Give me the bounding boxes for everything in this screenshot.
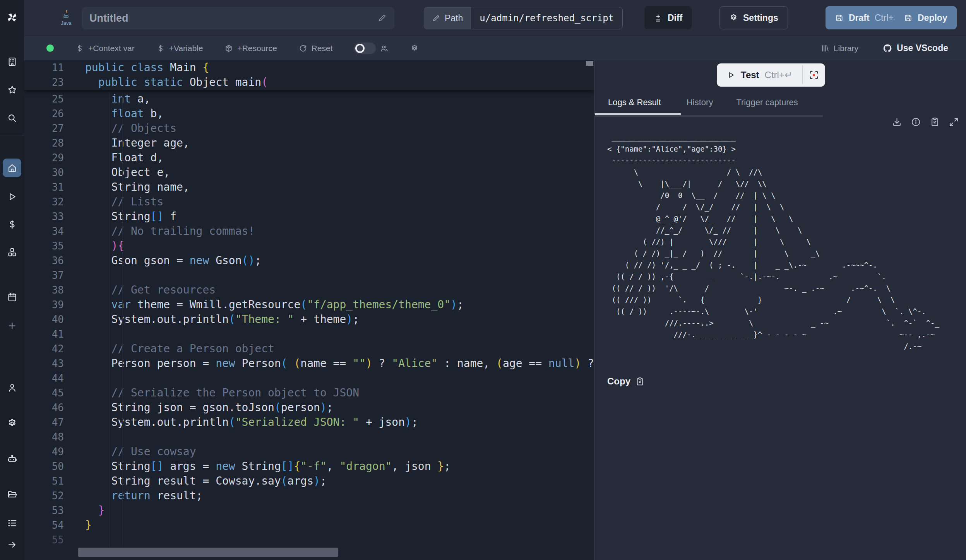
tab-trigger-captures[interactable]: Trigger captures — [724, 90, 809, 115]
code-line-43[interactable]: 43 Person person = new Person( (name == … — [24, 356, 594, 371]
code-text: // Use cowsay — [64, 444, 196, 459]
code-line-46[interactable]: 46 String json = gson.toJson(person); — [24, 400, 594, 415]
code-text: String result = Cowsay.say(args); — [64, 474, 327, 488]
vertical-scrollbar[interactable] — [586, 61, 593, 66]
code-line-42[interactable]: 42 // Create a Person object — [24, 341, 594, 356]
sidebar-item-dollar-icon[interactable] — [3, 215, 21, 234]
script-title-input[interactable]: Untitled — [82, 7, 394, 29]
code-line-51[interactable]: 51 String result = Cowsay.say(args); — [24, 474, 594, 488]
code-line-50[interactable]: 50 String[] args = new String[]{"-f", "d… — [24, 459, 594, 474]
sidebar-item-arrow-right-icon[interactable] — [3, 535, 21, 554]
code-line-37[interactable]: 37 — [24, 268, 594, 283]
code-text: Gson gson = new Gson(); — [64, 253, 261, 268]
code-line-47[interactable]: 47 System.out.println("Serialized JSON: … — [24, 415, 594, 430]
code-editor[interactable]: 25 int a,26 float b,27 // Objects28 Inte… — [24, 60, 594, 560]
code-text: // Get resources — [64, 283, 216, 297]
topbar: Java Untitled Path u/admin/refreshed_scr… — [24, 0, 966, 36]
code-line-33[interactable]: 33 String[] f — [24, 209, 594, 224]
info-icon[interactable] — [911, 117, 921, 127]
sidebar-item-search-icon[interactable] — [3, 109, 21, 127]
download-icon[interactable] — [892, 117, 902, 127]
clipboard-icon[interactable] — [930, 117, 940, 127]
code-line-52[interactable]: 52 return result; — [24, 488, 594, 503]
code-line-40[interactable]: 40 System.out.println("Theme: " + theme)… — [24, 312, 594, 327]
copy-button[interactable]: Copy — [607, 376, 645, 387]
code-line-30[interactable]: 30 Object e, — [24, 165, 594, 180]
sidebar-item-building-icon[interactable] — [3, 52, 21, 71]
line-number: 41 — [24, 327, 64, 341]
code-line-45[interactable]: 45 // Serialize the Person object to JSO… — [24, 386, 594, 400]
sidebar-item-person-icon[interactable] — [3, 378, 21, 397]
editor-settings-button[interactable] — [410, 44, 419, 53]
sidebar-item-gear-icon[interactable] — [3, 414, 21, 432]
sidebar-item-star-icon[interactable] — [3, 80, 21, 99]
assistant-toggle[interactable] — [354, 43, 389, 54]
add-resource-button[interactable]: +Resource — [224, 44, 277, 53]
test-button[interactable]: Test Ctrl+↵ — [717, 63, 802, 87]
code-line-55[interactable]: 55 — [24, 533, 594, 547]
code-line-39[interactable]: 39 var theme = Wmill.getResource("f/app_… — [24, 297, 594, 312]
edit-title-icon[interactable] — [377, 14, 387, 23]
sidebar-item-plus-icon[interactable] — [3, 316, 21, 335]
code-line-48[interactable]: 48 — [24, 430, 594, 444]
code-line-54[interactable]: 54} — [24, 518, 594, 533]
code-line-49[interactable]: 49 // Use cowsay — [24, 444, 594, 459]
sidebar-item-play-icon[interactable] — [3, 187, 21, 206]
code-line-32[interactable]: 32 // Lists — [24, 195, 594, 209]
deploy-label: Deploy — [918, 13, 947, 23]
path-button[interactable]: Path u/admin/refreshed_script — [424, 7, 623, 29]
code-line-44[interactable]: 44 — [24, 371, 594, 386]
sidebar-item-home-icon[interactable] — [3, 159, 21, 177]
add-context-var-button[interactable]: +Context var — [75, 44, 135, 53]
package-icon — [224, 44, 233, 53]
code-line-11[interactable]: 11public class Main { — [24, 60, 594, 75]
use-vscode-button[interactable]: Use VScode — [882, 43, 948, 53]
sidebar-item-folder-icon[interactable] — [3, 485, 21, 504]
line-number: 49 — [24, 444, 64, 459]
code-line-23[interactable]: 23 public static Object main( — [24, 75, 594, 90]
tab-logs-result[interactable]: Logs & Result — [595, 90, 675, 115]
code-line-25[interactable]: 25 int a, — [24, 92, 594, 106]
line-number: 48 — [24, 430, 64, 444]
settings-button[interactable]: Settings — [719, 6, 788, 29]
code-line-31[interactable]: 31 String name, — [24, 180, 594, 195]
code-line-35[interactable]: 35 ){ — [24, 239, 594, 253]
line-number: 35 — [24, 239, 64, 253]
indent-guide — [109, 92, 110, 547]
line-number: 39 — [24, 297, 64, 312]
line-number: 27 — [24, 121, 64, 136]
code-line-36[interactable]: 36 Gson gson = new Gson(); — [24, 253, 594, 268]
code-line-28[interactable]: 28 Integer age, — [24, 136, 594, 150]
code-line-26[interactable]: 26 float b, — [24, 106, 594, 121]
code-line-27[interactable]: 27 // Objects — [24, 121, 594, 136]
diff-icon — [654, 14, 663, 22]
code-line-38[interactable]: 38 // Get resources — [24, 283, 594, 297]
path-value: u/admin/refreshed_script — [471, 7, 622, 29]
windmill-logo-icon[interactable] — [6, 12, 18, 23]
diff-label: Diff — [668, 13, 682, 23]
expand-icon[interactable] — [949, 117, 959, 127]
code-line-41[interactable]: 41 — [24, 327, 594, 341]
toggle-switch[interactable] — [354, 43, 376, 54]
code-line-53[interactable]: 53 } — [24, 503, 594, 518]
tab-history[interactable]: History — [675, 90, 724, 115]
code-line-29[interactable]: 29 Float d, — [24, 150, 594, 165]
deploy-button[interactable]: Deploy — [894, 6, 957, 29]
sidebar-item-calendar-icon[interactable] — [3, 288, 21, 306]
code-text — [64, 533, 85, 547]
add-variable-button[interactable]: +Variable — [156, 44, 203, 53]
library-button[interactable]: Library — [821, 44, 858, 53]
code-line-34[interactable]: 34 // No trailing commas! — [24, 224, 594, 239]
capture-button[interactable] — [803, 63, 825, 87]
reset-button[interactable]: Reset — [299, 44, 333, 53]
diff-button[interactable]: Diff — [644, 6, 692, 29]
horizontal-scrollbar[interactable] — [78, 548, 338, 557]
sidebar-item-list-icon[interactable] — [3, 514, 21, 532]
status-dot — [46, 44, 54, 52]
sidebar-item-robot-icon[interactable] — [3, 449, 21, 468]
play-icon — [727, 71, 735, 79]
line-number: 53 — [24, 503, 64, 518]
line-number: 31 — [24, 180, 64, 195]
copy-clipboard-icon — [635, 377, 645, 386]
sidebar-item-cubes-icon[interactable] — [3, 243, 21, 261]
